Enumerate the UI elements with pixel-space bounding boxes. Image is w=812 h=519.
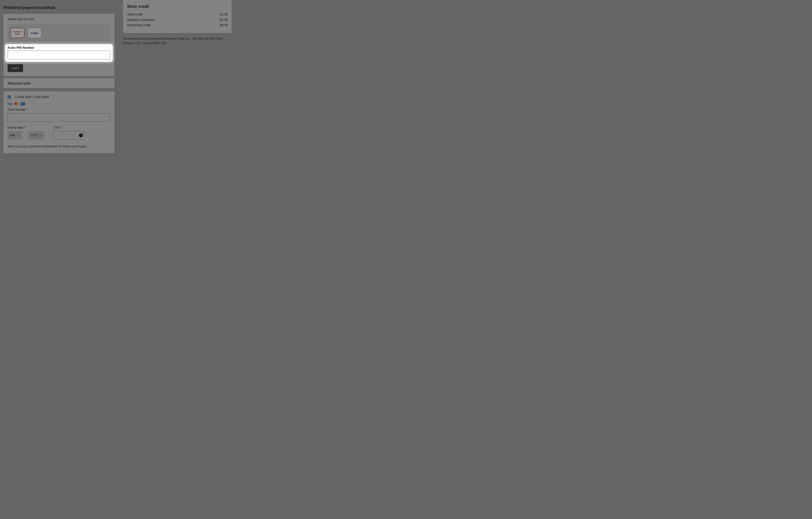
expiry-separator: / <box>24 134 25 137</box>
radio-dot-icon <box>9 96 10 98</box>
sc-applied-label: Applied to purchase: <box>127 18 155 22</box>
transaction-disclaimer: All transactions processed by Rakuten Ko… <box>123 36 232 46</box>
expiry-date-label: Expiry date * <box>8 126 45 129</box>
rakuten-kobo-logo: Rakuten kobo <box>13 30 22 35</box>
card-brand-logos: VISA AM EX <box>8 102 110 106</box>
expiry-year-select[interactable]: YYYY <box>28 131 45 139</box>
card-number-input[interactable] <box>8 113 110 121</box>
card-type-kobo[interactable]: Rakuten kobo <box>11 28 24 38</box>
store-credit-panel: Store credit Total credit: $1.00 Applied… <box>123 0 232 33</box>
kobo-pin-label: Kobo PIN Number <box>8 46 110 50</box>
expiry-year-placeholder: YYYY <box>31 134 38 137</box>
sc-total-label: Total credit: <box>127 13 143 16</box>
store-credit-row: Remaining credit: $0.00 <box>127 23 228 27</box>
mastercard-icon <box>14 103 19 105</box>
add-promo-code-link[interactable]: Add promo code <box>8 81 30 85</box>
sc-total-value: $1.00 <box>220 13 228 16</box>
credit-card-radio-label: Credit card / Visa Debit <box>15 95 49 99</box>
preferred-payment-heading: Preferred payment method <box>3 5 114 10</box>
cvv-help-icon[interactable]: ? <box>79 133 83 137</box>
gift-card-panel: Select type of card: Rakuten kobo !ndigo… <box>3 14 114 76</box>
sc-remaining-value: $0.00 <box>220 23 228 27</box>
sc-remaining-label: Remaining credit: <box>127 23 151 27</box>
expiry-month-placeholder: MM <box>10 134 15 137</box>
store-credit-row: Applied to purchase: -$1.00 <box>127 18 228 22</box>
select-card-type-label: Select type of card: <box>8 17 110 21</box>
card-number-label: Card number * <box>8 108 110 112</box>
apply-button[interactable]: Apply <box>8 64 23 72</box>
visa-icon: VISA <box>8 103 12 105</box>
expiry-month-select[interactable]: MM <box>8 131 22 139</box>
cvv-label: CVV * <box>53 126 85 129</box>
indigo-logo: !ndigo <box>30 32 38 34</box>
store-credit-row: Total credit: $1.00 <box>127 13 228 16</box>
save-payment-note: We'll save your payment information for … <box>8 145 110 148</box>
store-credit-heading: Store credit <box>127 4 228 9</box>
kobo-pin-highlight: Kobo PIN Number <box>5 44 113 62</box>
card-type-indigo[interactable]: !ndigo <box>28 28 41 38</box>
amex-icon: AM EX <box>21 102 25 106</box>
sc-applied-value: -$1.00 <box>219 18 228 22</box>
credit-card-panel: Credit card / Visa Debit VISA AM EX Card… <box>3 91 114 153</box>
promo-code-panel: Add promo code <box>3 78 114 88</box>
kobo-pin-input[interactable] <box>8 51 110 59</box>
credit-card-radio[interactable] <box>8 95 11 99</box>
card-type-row: Rakuten kobo !ndigo <box>8 24 110 42</box>
